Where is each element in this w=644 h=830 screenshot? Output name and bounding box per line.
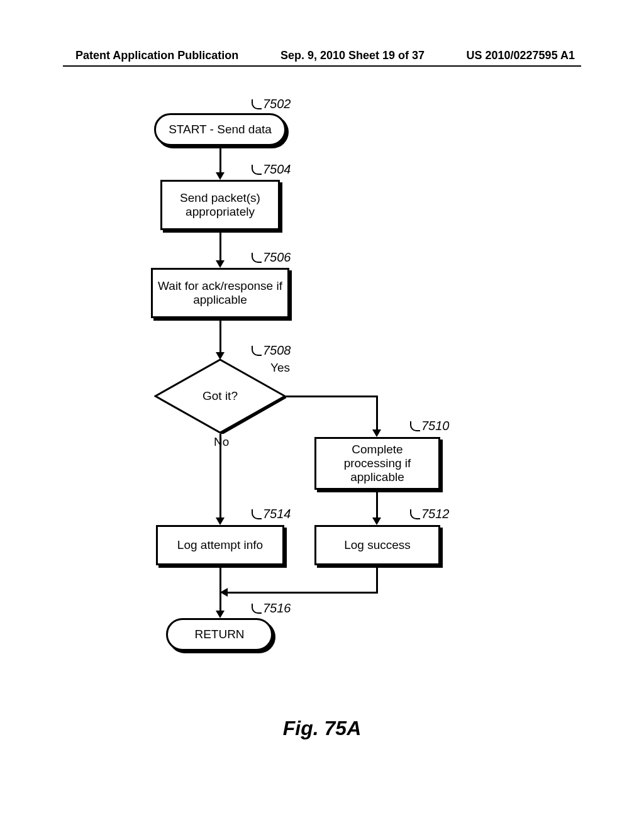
header-center: Sep. 9, 2010 Sheet 19 of 37 (280, 49, 425, 62)
arrow (376, 492, 378, 519)
arrowhead-icon (372, 429, 381, 437)
figure-caption: Fig. 75A (0, 717, 644, 740)
ref-7512: 7512 (421, 507, 450, 521)
header-rule (63, 65, 581, 67)
ref-7502: 7502 (263, 97, 291, 111)
node-wait: Wait for ack/response if applicable (151, 268, 289, 318)
page-header: Patent Application Publication Sep. 9, 2… (0, 49, 644, 62)
arrow (376, 396, 378, 431)
node-decision-text: Got it? (154, 358, 286, 434)
arrowhead-icon (216, 260, 225, 268)
ref-7516: 7516 (263, 601, 291, 616)
node-logattempt-text: Log attempt info (177, 538, 263, 552)
arrow (376, 568, 378, 593)
node-start: START - Send data (154, 113, 286, 146)
node-complete: Complete processing if applicable (314, 437, 440, 490)
edge-yes: Yes (270, 361, 290, 375)
ref-7508: 7508 (263, 343, 291, 358)
arrowhead-icon (220, 588, 228, 597)
arrowhead-icon (372, 517, 381, 525)
flowchart: START - Send data 7502 Send packet(s) ap… (0, 94, 644, 660)
edge-no: No (214, 435, 229, 449)
node-send: Send packet(s) appropriately (160, 180, 280, 230)
node-return: RETURN (166, 618, 273, 651)
ref-7510: 7510 (421, 419, 450, 433)
arrowhead-icon (216, 172, 225, 180)
header-right: US 2010/0227595 A1 (467, 49, 575, 62)
ref-7514: 7514 (263, 507, 291, 521)
node-send-text: Send packet(s) appropriately (167, 191, 273, 219)
node-logsuccess: Log success (314, 525, 440, 565)
node-decision: Got it? (154, 358, 286, 434)
arrowhead-icon (216, 517, 225, 525)
ref-7506: 7506 (263, 250, 291, 265)
arrow (219, 148, 221, 174)
node-logattempt: Log attempt info (156, 525, 284, 565)
node-complete-text: Complete processing if applicable (321, 443, 433, 484)
node-logsuccess-text: Log success (344, 538, 411, 552)
arrow (219, 233, 221, 262)
arrowhead-icon (216, 611, 225, 618)
node-start-text: START - Send data (169, 123, 272, 136)
header-left: Patent Application Publication (75, 49, 238, 62)
node-wait-text: Wait for ack/response if applicable (158, 279, 282, 307)
arrow (226, 592, 378, 594)
node-return-text: RETURN (194, 628, 244, 641)
ref-7504: 7504 (263, 162, 291, 177)
arrow (286, 396, 377, 397)
arrow (219, 434, 221, 517)
arrow (219, 321, 221, 353)
